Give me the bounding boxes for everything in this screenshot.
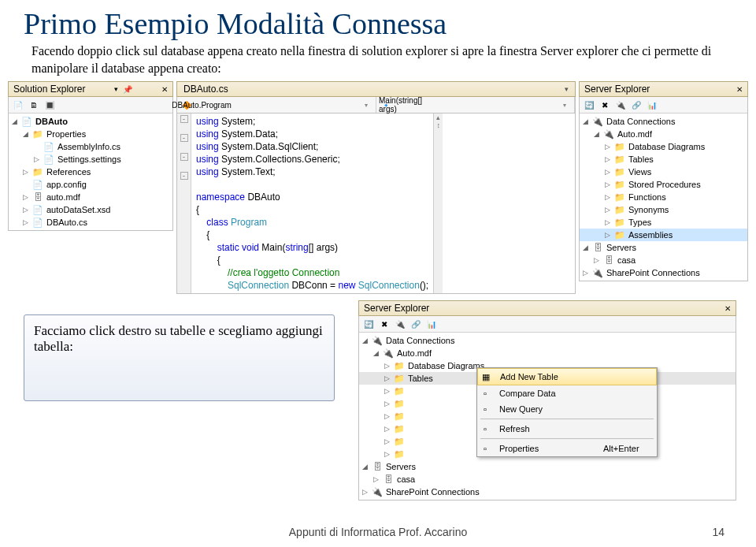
- expand-icon[interactable]: [603, 218, 611, 226]
- tree-item[interactable]: 📄DBAuto.cs: [9, 216, 172, 229]
- menu-item[interactable]: ▫Refresh: [477, 421, 657, 437]
- expand-icon[interactable]: [21, 130, 29, 138]
- tree-item[interactable]: 🔌SharePoint Connections: [580, 266, 747, 279]
- expand-icon[interactable]: [581, 244, 589, 251]
- tree-item[interactable]: 🗄Servers: [580, 241, 747, 254]
- expand-icon[interactable]: [581, 269, 589, 277]
- tree-item[interactable]: 📁Functions: [580, 191, 747, 203]
- server-explorer2-header[interactable]: Server Explorer ✕: [358, 300, 736, 316]
- breadcrumb-class[interactable]: 🔶 DBAuto.Program ▾: [177, 97, 376, 113]
- dropdown-icon[interactable]: ▾: [360, 99, 372, 111]
- tool-icon[interactable]: 🔄: [362, 318, 375, 330]
- expand-icon[interactable]: [603, 206, 611, 214]
- dropdown-icon[interactable]: ▾: [558, 99, 571, 111]
- tree-item[interactable]: 📄app.config: [9, 178, 172, 191]
- dropdown-icon[interactable]: ▾: [114, 85, 118, 93]
- expand-icon[interactable]: [383, 425, 391, 433]
- dropdown-icon[interactable]: ▾: [565, 85, 569, 93]
- expand-icon[interactable]: [21, 218, 29, 226]
- scrollbar[interactable]: ▴↕: [433, 113, 443, 293]
- breadcrumb-method[interactable]: 🔹 Main(string[] args) ▾: [376, 97, 576, 113]
- expand-icon[interactable]: [383, 400, 391, 407]
- expand-icon[interactable]: [383, 450, 391, 458]
- code-text[interactable]: using System; using System.Data; using S…: [191, 113, 433, 293]
- tree-item[interactable]: 📁Synonyms: [580, 203, 747, 216]
- expand-icon[interactable]: [603, 180, 611, 188]
- expand-icon[interactable]: [361, 337, 369, 344]
- expand-icon[interactable]: [21, 206, 29, 214]
- tree-item[interactable]: 🔌Auto.mdf: [359, 347, 736, 359]
- server-explorer-header[interactable]: Server Explorer ✕: [579, 81, 748, 97]
- expand-icon[interactable]: [603, 231, 611, 239]
- tree-item[interactable]: 🗄casa: [580, 254, 747, 266]
- tree-item[interactable]: 🔌Auto.mdf: [580, 128, 747, 140]
- tree-item[interactable]: 📁References: [9, 166, 172, 178]
- tool-icon[interactable]: 🔗: [410, 318, 422, 330]
- tree-item[interactable]: 📁Views: [580, 166, 747, 178]
- tree-item[interactable]: 📁Properties: [9, 128, 172, 140]
- tool-icon[interactable]: 🗎: [28, 99, 40, 111]
- expand-icon[interactable]: [581, 117, 589, 125]
- expand-icon[interactable]: [21, 193, 29, 201]
- tool-icon[interactable]: ✖: [598, 99, 611, 111]
- menu-item[interactable]: ▫New Query: [477, 401, 657, 417]
- tool-icon[interactable]: 🔌: [614, 99, 627, 111]
- expand-icon[interactable]: [383, 437, 391, 445]
- tree-item[interactable]: 📁Database Diagrams: [580, 140, 747, 153]
- menu-item[interactable]: ▫PropertiesAlt+Enter: [477, 441, 657, 456]
- tool-icon[interactable]: 🔄: [583, 99, 595, 111]
- tree-item[interactable]: 🔌Data Connections: [359, 334, 736, 347]
- expand-icon[interactable]: [603, 168, 611, 176]
- server-tree[interactable]: 🔌Data Connections🔌Auto.mdf📁Database Diag…: [580, 113, 747, 281]
- tree-item[interactable]: 📄DBAuto: [9, 115, 172, 128]
- tree-item[interactable]: 🗄auto.mdf: [9, 191, 172, 203]
- tool-icon[interactable]: 🔗: [630, 99, 643, 111]
- expand-icon[interactable]: [592, 130, 600, 138]
- tree-item[interactable]: 📄AssemblyInfo.cs: [9, 140, 172, 153]
- close-icon[interactable]: ✕: [736, 85, 743, 94]
- tree-item[interactable]: 📁Stored Procedures: [580, 178, 747, 191]
- tree-item[interactable]: 📄autoDataSet.xsd: [9, 203, 172, 216]
- tool-icon[interactable]: 📄: [12, 99, 24, 111]
- menu-item[interactable]: ▦Add New Table: [477, 368, 657, 385]
- menu-item[interactable]: ▫Compare Data: [477, 385, 657, 401]
- expand-icon[interactable]: [372, 349, 380, 357]
- tree-item[interactable]: 📄Settings.settings: [9, 153, 172, 166]
- tree-item[interactable]: 🔌SharePoint Connections: [359, 486, 736, 498]
- expand-icon[interactable]: [361, 488, 369, 496]
- expand-icon[interactable]: [10, 117, 18, 125]
- solution-tree[interactable]: 📄DBAuto📁Properties📄AssemblyInfo.cs📄Setti…: [9, 113, 172, 230]
- tool-icon[interactable]: ✖: [378, 318, 391, 330]
- expand-icon[interactable]: [383, 362, 391, 370]
- code-area[interactable]: ---- using System; using System.Data; us…: [176, 113, 576, 294]
- tree-item[interactable]: 🗄casa: [359, 473, 736, 486]
- expand-icon[interactable]: [32, 155, 40, 163]
- tree-item-label: Tables: [408, 374, 433, 383]
- pin-icon[interactable]: 📌: [123, 85, 132, 94]
- tree-item[interactable]: 📁Assemblies: [580, 229, 747, 241]
- close-icon[interactable]: ✕: [161, 85, 168, 94]
- tree-item[interactable]: 🔌Data Connections: [580, 115, 747, 128]
- editor-tab[interactable]: DBAuto.cs ▾: [176, 81, 576, 97]
- expand-icon[interactable]: [383, 374, 391, 382]
- tool-icon[interactable]: 📊: [425, 318, 438, 330]
- expand-icon[interactable]: [603, 155, 611, 163]
- expand-icon[interactable]: [361, 463, 369, 471]
- tool-icon[interactable]: 🔳: [43, 99, 56, 111]
- tool-icon[interactable]: 📊: [646, 99, 658, 111]
- expand-icon[interactable]: [383, 387, 391, 395]
- expand-icon[interactable]: [603, 143, 611, 151]
- tree-item[interactable]: 🗄Servers: [359, 460, 736, 473]
- expand-icon[interactable]: [383, 412, 391, 420]
- tree-item[interactable]: 📁Tables: [580, 153, 747, 166]
- expand-icon[interactable]: [21, 168, 29, 176]
- context-menu[interactable]: ▦Add New Table▫Compare Data▫New Query▫Re…: [476, 367, 658, 457]
- tree-item[interactable]: 📁Types: [580, 216, 747, 229]
- menu-label: Properties: [499, 444, 600, 453]
- expand-icon[interactable]: [592, 256, 600, 264]
- tool-icon[interactable]: 🔌: [394, 318, 406, 330]
- solution-explorer-header[interactable]: Solution Explorer ▾ 📌 ✕: [8, 81, 173, 97]
- close-icon[interactable]: ✕: [724, 304, 731, 313]
- expand-icon[interactable]: [372, 475, 380, 483]
- expand-icon[interactable]: [603, 193, 611, 201]
